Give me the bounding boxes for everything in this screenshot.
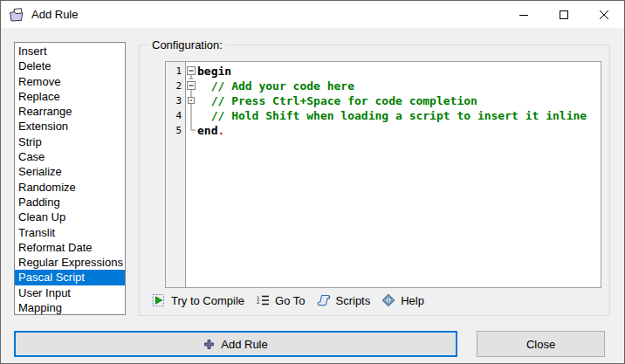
editor-toolbar: Try to Compile 1 2 Go To Scripts bbox=[152, 290, 424, 311]
try-to-compile-label: Try to Compile bbox=[171, 294, 244, 307]
scripts-label: Scripts bbox=[336, 294, 371, 307]
help-label: Help bbox=[401, 294, 424, 307]
script-editor[interactable]: 12345 begin // Add your code here bbox=[165, 61, 601, 288]
window-controls bbox=[504, 1, 624, 28]
svg-text:i: i bbox=[388, 297, 389, 303]
sidebar-item-insert[interactable]: Insert bbox=[15, 44, 125, 58]
line-number: 3 bbox=[166, 93, 185, 108]
sidebar-item-regular-expressions[interactable]: Regular Expressions bbox=[15, 255, 125, 270]
code-area[interactable]: begin // Add your code here // Press Ctr… bbox=[197, 62, 601, 287]
code-line: // Press Ctrl+Space for code completion bbox=[197, 93, 601, 108]
sidebar-item-padding[interactable]: Padding bbox=[15, 195, 125, 209]
line-number: 5 bbox=[166, 123, 185, 138]
dialog-close-button[interactable]: Close bbox=[477, 331, 605, 357]
maximize-button[interactable] bbox=[544, 1, 584, 28]
sidebar-item-strip[interactable]: Strip bbox=[15, 134, 125, 149]
line-number-gutter: 12345 bbox=[166, 62, 185, 287]
fold-markers-icon bbox=[186, 64, 197, 139]
line-number: 2 bbox=[166, 79, 185, 93]
try-to-compile-button[interactable]: Try to Compile bbox=[152, 293, 244, 307]
titlebar: Add Rule bbox=[1, 1, 624, 28]
sidebar-item-serialize[interactable]: Serialize bbox=[15, 164, 125, 179]
sidebar-item-randomize[interactable]: Randomize bbox=[15, 180, 125, 195]
maximize-icon bbox=[560, 10, 568, 19]
sidebar-item-extension[interactable]: Extension bbox=[15, 119, 125, 134]
help-icon: i bbox=[381, 293, 395, 307]
sidebar-item-delete[interactable]: Delete bbox=[15, 58, 125, 73]
sidebar-item-replace[interactable]: Replace bbox=[15, 89, 125, 104]
svg-text:2: 2 bbox=[257, 299, 260, 305]
add-rule-dialog: Add Rule InsertDeleteRemoveReplaceRearra… bbox=[0, 0, 625, 364]
sidebar-item-remove[interactable]: Remove bbox=[15, 74, 125, 89]
code-line: end. bbox=[197, 123, 601, 138]
configuration-label: Configuration: bbox=[148, 38, 226, 52]
minimize-button[interactable] bbox=[504, 1, 544, 28]
go-to-button[interactable]: 1 2 Go To bbox=[256, 293, 305, 307]
minimize-icon bbox=[519, 10, 528, 19]
go-to-label: Go To bbox=[275, 294, 305, 307]
sidebar-item-reformat-date[interactable]: Reformat Date bbox=[15, 240, 125, 255]
app-icon bbox=[9, 8, 24, 22]
sidebar-item-rearrange[interactable]: Rearrange bbox=[15, 104, 125, 119]
scripts-button[interactable]: Scripts bbox=[317, 293, 371, 307]
goto-line-icon: 1 2 bbox=[256, 293, 270, 307]
line-number: 4 bbox=[166, 108, 185, 123]
window-title: Add Rule bbox=[31, 8, 78, 21]
help-button[interactable]: i Help bbox=[381, 293, 424, 307]
compile-icon bbox=[152, 293, 166, 307]
code-line: // Hold Shift when loading a script to i… bbox=[197, 108, 601, 123]
add-rule-label: Add Rule bbox=[221, 338, 267, 351]
scripts-icon bbox=[317, 293, 331, 307]
line-number: 1 bbox=[166, 64, 185, 79]
sidebar-item-user-input[interactable]: User Input bbox=[15, 285, 125, 300]
plus-icon bbox=[203, 339, 215, 350]
add-rule-button[interactable]: Add Rule bbox=[14, 331, 457, 357]
close-icon bbox=[600, 10, 608, 19]
window-close-button[interactable] bbox=[584, 1, 624, 28]
code-line: // Add your code here bbox=[197, 79, 601, 93]
sidebar-item-pascal-script[interactable]: Pascal Script bbox=[15, 270, 125, 285]
sidebar-item-clean-up[interactable]: Clean Up bbox=[15, 209, 125, 224]
code-line: begin bbox=[197, 64, 601, 79]
configuration-groupbox: Configuration: 12345 bbox=[139, 45, 610, 316]
fold-gutter bbox=[186, 62, 197, 287]
sidebar-item-translit[interactable]: Translit bbox=[15, 225, 125, 240]
sidebar-item-case[interactable]: Case bbox=[15, 149, 125, 164]
rule-type-list[interactable]: InsertDeleteRemoveReplaceRearrangeExtens… bbox=[14, 42, 126, 315]
sidebar-item-mapping[interactable]: Mapping bbox=[15, 300, 125, 315]
